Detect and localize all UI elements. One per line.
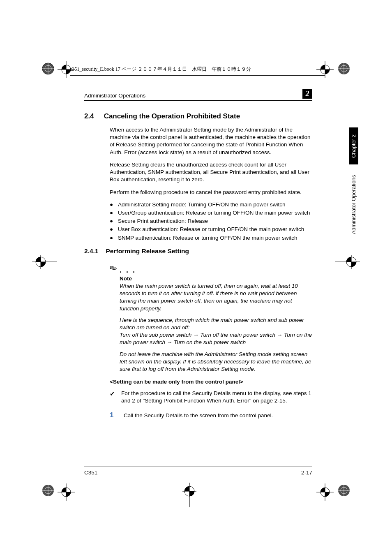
note-paragraph: Turn off the sub power switch → Turn off… (120, 331, 312, 346)
note-paragraph: Here is the sequence, through which the … (120, 317, 312, 331)
checkmark-icon: ✔ (110, 390, 116, 405)
footer-page-number: 2-17 (301, 469, 312, 476)
body-paragraph: When access to the Administrator Setting… (110, 126, 312, 156)
note-paragraph: Do not leave the machine with the Admini… (120, 351, 312, 373)
list-item-text: SNMP authentication: Release or turning … (118, 234, 297, 242)
side-tab: Chapter 2 Administrator Operations (349, 127, 358, 251)
note-paragraph: When the main power switch is turned off… (120, 282, 312, 312)
bullet-icon: ● (110, 217, 114, 225)
section-number: 2.4 (84, 112, 94, 120)
crop-info-text: c351_security_E.book 17 ページ ２００７年４月１１日 水… (70, 66, 251, 72)
subsection-number: 2.4.1 (84, 247, 98, 255)
bullet-icon: ● (110, 201, 114, 208)
bullet-icon: ● (110, 209, 114, 217)
list-item-text: Administrator Setting mode: Turning OFF/… (118, 201, 285, 208)
registration-mark-icon (335, 60, 353, 77)
check-item-text: For the procedure to call the Security D… (121, 390, 312, 405)
crosshair-mark-icon (335, 253, 360, 271)
section-title: Canceling the Operation Prohibited State (104, 112, 240, 120)
list-item: ●User Box authentication: Release or tur… (110, 226, 312, 233)
chapter-number: 2 (306, 90, 309, 98)
list-item-text: User Box authentication: Release or turn… (118, 226, 304, 233)
bullet-icon: ● (110, 234, 114, 242)
note-label: Note (120, 275, 312, 282)
list-item: ●Administrator Setting mode: Turning OFF… (110, 201, 312, 208)
crosshair-mark-icon (32, 253, 57, 271)
subsection-title: Performing Release Setting (106, 247, 189, 255)
crosshair-mark-icon (316, 483, 334, 501)
note-icon-row: ✎ . . . (110, 263, 312, 274)
list-item-text: User/Group authentication: Release or tu… (118, 209, 310, 217)
bullet-list: ●Administrator Setting mode: Turning OFF… (110, 201, 312, 242)
chapter-tab: Chapter 2 (349, 127, 358, 164)
section-tab-label: Administrator Operations (351, 175, 357, 234)
page: c351_security_E.book 17 ページ ２００７年４月１１日 水… (0, 0, 392, 555)
registration-mark-icon (39, 60, 57, 77)
note-block: ✎ . . . Note When the main power switch … (110, 263, 312, 373)
crosshair-mark-icon (58, 483, 75, 501)
footer-model: C351 (84, 469, 97, 476)
chapter-number-box: 2 (302, 89, 312, 99)
section-tab: Administrator Operations (349, 165, 358, 243)
header-title: Administrator Operations (84, 92, 145, 99)
subsection-heading: 2.4.1 Performing Release Setting (84, 247, 312, 255)
list-item: ●Secure Print authentication: Release (110, 217, 312, 225)
step-item: 1 Call the Security Details to the scree… (110, 411, 312, 420)
body-paragraph: Perform the following procedure to cance… (110, 189, 312, 196)
step-number: 1 (110, 411, 115, 420)
list-item: ●SNMP authentication: Release or turning… (110, 234, 312, 242)
content-area: Administrator Operations 2 2.4 Canceling… (84, 89, 312, 420)
page-footer: C351 2-17 (84, 467, 312, 476)
list-item-text: Secure Print authentication: Release (118, 217, 208, 225)
crosshair-mark-icon (181, 483, 198, 507)
section-heading: 2.4 Canceling the Operation Prohibited S… (84, 112, 312, 120)
registration-mark-icon (335, 482, 353, 499)
bullet-icon: ● (110, 226, 114, 233)
page-header: Administrator Operations 2 (84, 89, 312, 101)
list-item: ●User/Group authentication: Release or t… (110, 209, 312, 217)
pencil-icon: ✎ (108, 262, 120, 275)
body-paragraph: Release Setting clears the unauthorized … (110, 161, 312, 184)
crop-info-bar: c351_security_E.book 17 ページ ２００７年４月１１日 水… (70, 65, 325, 76)
panel-subtitle: <Setting can be made only from the contr… (110, 379, 312, 385)
chapter-tab-label: Chapter 2 (351, 134, 357, 157)
step-text: Call the Security Details to the screen … (124, 412, 273, 419)
registration-mark-icon (39, 482, 57, 499)
note-dots-icon: . . . (120, 268, 136, 272)
check-item: ✔ For the procedure to call the Security… (110, 390, 312, 405)
